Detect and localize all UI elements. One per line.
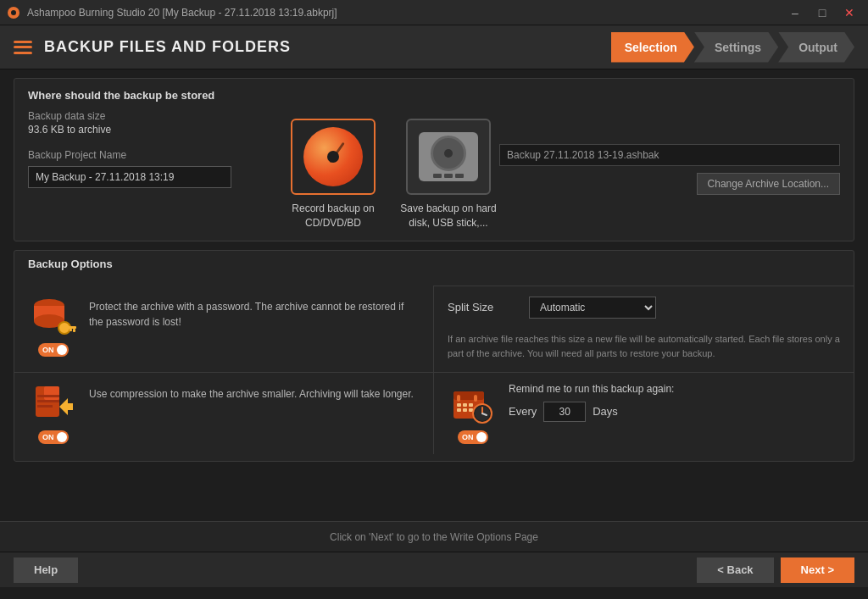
change-location-button[interactable]: Change Archive Location... — [697, 173, 840, 195]
app-header: BACKUP FILES AND FOLDERS Selection Setti… — [0, 25, 868, 69]
password-icon — [31, 296, 76, 338]
cd-option-icon[interactable] — [291, 119, 376, 195]
status-text: Click on 'Next' to go to the Write Optio… — [330, 531, 538, 543]
compression-option-text: Use compression to make the archive smal… — [89, 383, 420, 402]
storage-layout: Backup data size 93.6 KB to archive Back… — [28, 110, 840, 230]
titlebar-left: Ashampoo Burning Studio 20 [My Backup - … — [7, 6, 337, 19]
bottom-right-buttons: < Back Next > — [697, 557, 854, 583]
svg-rect-6 — [68, 326, 76, 329]
compression-toggle[interactable]: ON — [38, 430, 69, 444]
backup-size-label: Backup data size — [28, 110, 265, 122]
split-size-option: Split Size Automatic If an archive file … — [434, 286, 854, 372]
footer-status: Click on 'Next' to go to the Write Optio… — [0, 521, 868, 552]
compression-icon — [31, 383, 76, 425]
next-button[interactable]: Next > — [781, 557, 854, 583]
svg-rect-13 — [37, 405, 53, 408]
close-button[interactable]: ✕ — [837, 4, 861, 21]
window-title: Ashampoo Burning Studio 20 [My Backup - … — [27, 7, 337, 19]
reminder-days-input[interactable] — [543, 402, 586, 422]
compression-icon-area: ON — [28, 383, 79, 444]
menu-icon[interactable] — [14, 41, 32, 54]
svg-rect-18 — [474, 395, 477, 402]
password-option-text: Protect the archive with a password. The… — [89, 296, 420, 330]
help-button[interactable]: Help — [14, 557, 78, 583]
project-name-input[interactable] — [28, 166, 231, 188]
back-button[interactable]: < Back — [697, 557, 773, 583]
password-option: ON Protect the archive with a password. … — [14, 286, 434, 372]
hdd-option[interactable]: Save backup on harddisk, USB stick,... — [398, 119, 499, 230]
cd-option[interactable]: Record backup onCD/DVD/BD — [282, 119, 384, 230]
svg-rect-19 — [457, 403, 461, 407]
password-toggle-label: ON — [42, 346, 54, 354]
split-size-select[interactable]: Automatic — [529, 297, 656, 319]
titlebar-controls: – □ ✕ — [783, 4, 861, 21]
backup-options-grid: ON Protect the archive with a password. … — [14, 286, 854, 454]
reminder-toggle[interactable]: ON — [458, 430, 488, 444]
svg-rect-20 — [463, 403, 467, 407]
split-size-row: Split Size Automatic — [448, 297, 656, 319]
svg-rect-8 — [70, 329, 72, 331]
svg-rect-22 — [457, 408, 461, 412]
steps-nav: Selection Settings Output — [611, 32, 854, 63]
archive-location-input[interactable] — [499, 144, 840, 166]
svg-marker-14 — [59, 398, 73, 415]
svg-rect-12 — [37, 400, 59, 402]
maximize-button[interactable]: □ — [810, 4, 834, 21]
minimize-button[interactable]: – — [783, 4, 807, 21]
storage-options: Record backup onCD/DVD/BD — [282, 110, 499, 230]
reminder-days-unit: Days — [593, 405, 618, 418]
header-left: BACKUP FILES AND FOLDERS — [14, 38, 291, 56]
password-toggle[interactable]: ON — [38, 343, 69, 357]
backup-options-section: Backup Options — [14, 250, 854, 462]
storage-info: Backup data size 93.6 KB to archive Back… — [28, 110, 282, 230]
app-icon — [7, 6, 20, 19]
main-content: Where should the backup be stored Backup… — [0, 69, 868, 521]
svg-rect-23 — [463, 408, 467, 412]
split-size-label: Split Size — [448, 301, 515, 313]
hdd-drive-icon — [419, 132, 478, 181]
step-selection[interactable]: Selection — [611, 32, 694, 63]
compression-option: ON Use compression to make the archive s… — [14, 372, 434, 454]
svg-point-1 — [11, 10, 16, 15]
step-settings[interactable]: Settings — [694, 32, 778, 63]
svg-rect-24 — [469, 408, 473, 412]
reminder-label: Remind me to run this backup again: — [509, 383, 840, 395]
backup-options-title: Backup Options — [14, 258, 854, 277]
compression-toggle-label: ON — [42, 433, 54, 441]
svg-rect-11 — [37, 395, 59, 397]
storage-section: Where should the backup be stored Backup… — [14, 78, 854, 241]
calendar-icon — [450, 383, 496, 425]
cd-disc-icon — [303, 127, 363, 186]
storage-section-title: Where should the backup be stored — [28, 89, 840, 102]
svg-rect-21 — [469, 403, 473, 407]
hdd-option-label: Save backup on harddisk, USB stick,... — [400, 202, 496, 230]
password-icon-area: ON — [28, 296, 79, 357]
split-size-description: If an archive file reaches this size a n… — [448, 332, 840, 362]
reminder-every-label: Every — [509, 405, 537, 418]
reminder-content: Remind me to run this backup again: Ever… — [509, 383, 840, 422]
svg-rect-7 — [73, 329, 75, 332]
cd-option-label: Record backup onCD/DVD/BD — [292, 202, 374, 230]
reminder-row: Every Days — [509, 402, 840, 422]
hdd-option-icon[interactable] — [406, 119, 491, 195]
bottom-bar: Help < Back Next > — [0, 552, 868, 587]
svg-rect-10 — [44, 386, 59, 400]
step-output[interactable]: Output — [778, 32, 854, 63]
archive-location: Change Archive Location... — [499, 110, 840, 230]
svg-rect-17 — [457, 395, 460, 402]
reminder-toggle-label: ON — [462, 433, 474, 441]
titlebar: Ashampoo Burning Studio 20 [My Backup - … — [0, 0, 868, 25]
project-name-label: Backup Project Name — [28, 149, 265, 161]
reminder-icon-area: ON — [448, 383, 498, 444]
backup-size-value: 93.6 KB to archive — [28, 124, 265, 136]
page-title: BACKUP FILES AND FOLDERS — [44, 38, 291, 56]
reminder-option: ON Remind me to run this backup again: E… — [434, 372, 854, 454]
